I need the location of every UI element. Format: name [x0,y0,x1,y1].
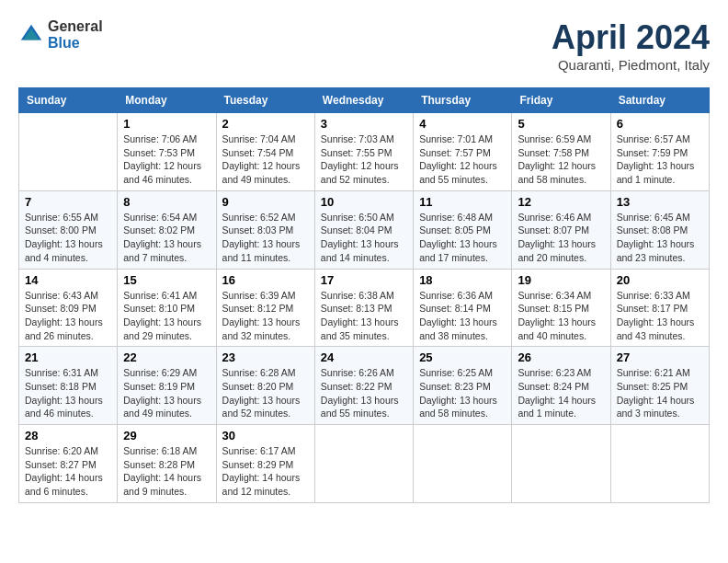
day-number: 17 [321,273,407,287]
col-header-wednesday: Wednesday [314,88,413,113]
day-info: Sunrise: 6:55 AM Sunset: 8:00 PM Dayligh… [25,211,111,265]
calendar-cell: 17Sunrise: 6:38 AM Sunset: 8:13 PM Dayli… [314,269,413,347]
calendar-week-3: 14Sunrise: 6:43 AM Sunset: 8:09 PM Dayli… [19,269,710,347]
calendar-cell: 30Sunrise: 6:17 AM Sunset: 8:29 PM Dayli… [216,425,314,503]
day-number: 18 [419,273,506,287]
day-number: 19 [518,273,604,287]
day-info: Sunrise: 6:54 AM Sunset: 8:02 PM Dayligh… [123,211,210,265]
calendar-cell: 5Sunrise: 6:59 AM Sunset: 7:58 PM Daylig… [512,113,610,191]
calendar-cell: 13Sunrise: 6:45 AM Sunset: 8:08 PM Dayli… [610,190,709,269]
day-number: 4 [419,117,506,131]
month-title: April 2024 [552,18,710,57]
calendar-cell: 28Sunrise: 6:20 AM Sunset: 8:27 PM Dayli… [19,425,118,503]
calendar-cell: 15Sunrise: 6:41 AM Sunset: 8:10 PM Dayli… [118,269,216,347]
calendar-table: SundayMondayTuesdayWednesdayThursdayFrid… [18,87,710,503]
day-info: Sunrise: 6:50 AM Sunset: 8:04 PM Dayligh… [321,211,407,265]
calendar-cell: 7Sunrise: 6:55 AM Sunset: 8:00 PM Daylig… [19,190,118,269]
day-info: Sunrise: 6:59 AM Sunset: 7:58 PM Dayligh… [518,132,604,187]
day-info: Sunrise: 6:28 AM Sunset: 8:20 PM Dayligh… [222,366,309,420]
day-number: 2 [222,117,309,131]
day-number: 26 [518,350,604,364]
day-number: 11 [419,195,506,209]
day-number: 10 [321,195,407,209]
day-number: 28 [25,429,111,442]
day-number: 30 [222,429,309,442]
calendar-cell: 10Sunrise: 6:50 AM Sunset: 8:04 PM Dayli… [314,190,413,269]
day-info: Sunrise: 6:43 AM Sunset: 8:09 PM Dayligh… [25,289,111,343]
day-number: 7 [25,195,111,209]
calendar-week-5: 28Sunrise: 6:20 AM Sunset: 8:27 PM Dayli… [19,425,710,503]
day-number: 24 [321,350,407,364]
calendar-cell: 1Sunrise: 7:06 AM Sunset: 7:53 PM Daylig… [118,113,216,191]
calendar-cell: 25Sunrise: 6:25 AM Sunset: 8:23 PM Dayli… [414,347,512,425]
logo-icon [18,22,44,48]
day-number: 12 [518,195,604,209]
day-info: Sunrise: 6:39 AM Sunset: 8:12 PM Dayligh… [222,289,309,343]
day-info: Sunrise: 6:18 AM Sunset: 8:28 PM Dayligh… [123,444,210,499]
day-info: Sunrise: 6:20 AM Sunset: 8:27 PM Dayligh… [25,444,111,499]
calendar-cell: 18Sunrise: 6:36 AM Sunset: 8:14 PM Dayli… [414,269,512,347]
day-number: 23 [222,350,309,364]
day-info: Sunrise: 6:21 AM Sunset: 8:25 PM Dayligh… [617,366,703,420]
day-number: 15 [123,273,210,287]
calendar-cell [19,113,118,191]
day-info: Sunrise: 7:06 AM Sunset: 7:53 PM Dayligh… [123,132,210,187]
calendar-cell: 16Sunrise: 6:39 AM Sunset: 8:12 PM Dayli… [216,269,314,347]
day-info: Sunrise: 6:38 AM Sunset: 8:13 PM Dayligh… [321,289,407,343]
day-info: Sunrise: 7:01 AM Sunset: 7:57 PM Dayligh… [419,132,506,187]
day-number: 9 [222,195,309,209]
calendar-header: SundayMondayTuesdayWednesdayThursdayFrid… [19,88,710,113]
calendar-cell: 14Sunrise: 6:43 AM Sunset: 8:09 PM Dayli… [19,269,118,347]
title-block: April 2024 Quaranti, Piedmont, Italy [552,18,710,73]
calendar-cell: 12Sunrise: 6:46 AM Sunset: 8:07 PM Dayli… [512,190,610,269]
day-info: Sunrise: 6:48 AM Sunset: 8:05 PM Dayligh… [419,211,506,265]
day-info: Sunrise: 6:31 AM Sunset: 8:18 PM Dayligh… [25,366,111,420]
calendar-cell: 2Sunrise: 7:04 AM Sunset: 7:54 PM Daylig… [216,113,314,191]
calendar-cell: 23Sunrise: 6:28 AM Sunset: 8:20 PM Dayli… [216,347,314,425]
col-header-tuesday: Tuesday [216,88,314,113]
day-info: Sunrise: 6:29 AM Sunset: 8:19 PM Dayligh… [123,366,210,420]
col-header-friday: Friday [512,88,610,113]
day-number: 8 [123,195,210,209]
calendar-week-2: 7Sunrise: 6:55 AM Sunset: 8:00 PM Daylig… [19,190,710,269]
calendar-cell [512,425,610,503]
calendar-cell: 6Sunrise: 6:57 AM Sunset: 7:59 PM Daylig… [610,113,709,191]
calendar-week-1: 1Sunrise: 7:06 AM Sunset: 7:53 PM Daylig… [19,113,710,191]
col-header-saturday: Saturday [610,88,709,113]
day-info: Sunrise: 6:57 AM Sunset: 7:59 PM Dayligh… [617,132,703,187]
calendar-cell: 4Sunrise: 7:01 AM Sunset: 7:57 PM Daylig… [414,113,512,191]
logo-text: General Blue [48,18,103,51]
day-info: Sunrise: 6:45 AM Sunset: 8:08 PM Dayligh… [617,211,703,265]
day-info: Sunrise: 6:36 AM Sunset: 8:14 PM Dayligh… [419,289,506,343]
calendar-cell: 3Sunrise: 7:03 AM Sunset: 7:55 PM Daylig… [314,113,413,191]
header-row: SundayMondayTuesdayWednesdayThursdayFrid… [19,88,710,113]
day-number: 20 [617,273,703,287]
day-number: 21 [25,350,111,364]
calendar-cell: 8Sunrise: 6:54 AM Sunset: 8:02 PM Daylig… [118,190,216,269]
day-number: 22 [123,350,210,364]
day-number: 16 [222,273,309,287]
logo: General Blue [18,18,103,51]
day-number: 3 [321,117,407,131]
calendar-week-4: 21Sunrise: 6:31 AM Sunset: 8:18 PM Dayli… [19,347,710,425]
calendar-cell [610,425,709,503]
day-number: 5 [518,117,604,131]
calendar-cell: 11Sunrise: 6:48 AM Sunset: 8:05 PM Dayli… [414,190,512,269]
calendar-cell: 27Sunrise: 6:21 AM Sunset: 8:25 PM Dayli… [610,347,709,425]
day-info: Sunrise: 6:46 AM Sunset: 8:07 PM Dayligh… [518,211,604,265]
page-header: General Blue April 2024 Quaranti, Piedmo… [18,18,710,73]
calendar-cell: 20Sunrise: 6:33 AM Sunset: 8:17 PM Dayli… [610,269,709,347]
calendar-cell: 26Sunrise: 6:23 AM Sunset: 8:24 PM Dayli… [512,347,610,425]
day-info: Sunrise: 6:23 AM Sunset: 8:24 PM Dayligh… [518,366,604,420]
calendar-cell [314,425,413,503]
calendar-cell: 9Sunrise: 6:52 AM Sunset: 8:03 PM Daylig… [216,190,314,269]
day-info: Sunrise: 6:26 AM Sunset: 8:22 PM Dayligh… [321,366,407,420]
day-number: 27 [617,350,703,364]
day-number: 13 [617,195,703,209]
day-info: Sunrise: 6:41 AM Sunset: 8:10 PM Dayligh… [123,289,210,343]
col-header-monday: Monday [118,88,216,113]
col-header-thursday: Thursday [414,88,512,113]
day-number: 25 [419,350,506,364]
day-info: Sunrise: 6:25 AM Sunset: 8:23 PM Dayligh… [419,366,506,420]
day-number: 14 [25,273,111,287]
